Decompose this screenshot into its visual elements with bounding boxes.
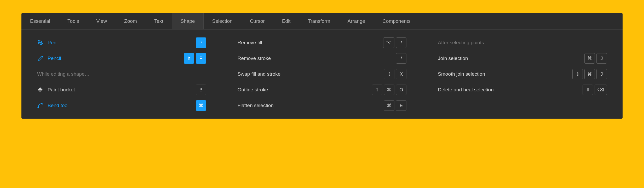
key-shift: ⇧ xyxy=(572,69,583,79)
remove-stroke-keys: / xyxy=(396,53,406,64)
flatten-keys: ⌘ E xyxy=(384,100,406,111)
paint-bucket-keys: B xyxy=(196,85,206,95)
bend-tool-label: Bend tool xyxy=(48,103,68,108)
key-cmd: ⌘ xyxy=(584,53,595,64)
svg-point-1 xyxy=(38,107,39,108)
outline-keys: ⇧ ⌘ O xyxy=(372,85,406,95)
key-shift: ⇧ xyxy=(583,85,593,95)
key-shift: ⇧ xyxy=(384,69,394,79)
row-flatten-selection[interactable]: Flatten selection ⌘ E xyxy=(238,98,407,113)
join-label: Join selection xyxy=(438,56,468,61)
key-backspace: ⌫ xyxy=(595,85,607,95)
remove-stroke-label: Remove stroke xyxy=(238,56,271,61)
key-slash: / xyxy=(396,37,406,48)
shortcuts-panel: Essential Tools View Zoom Text Shape Sel… xyxy=(21,13,623,119)
pen-keys: P xyxy=(196,37,206,48)
key-cmd: ⌘ xyxy=(584,69,595,79)
key-j: J xyxy=(596,69,607,79)
tab-bar: Essential Tools View Zoom Text Shape Sel… xyxy=(21,13,623,30)
delete-heal-keys: ⇧ ⌫ xyxy=(583,85,607,95)
key-b: B xyxy=(196,85,206,95)
key-shift: ⇧ xyxy=(372,85,382,95)
tab-cursor[interactable]: Cursor xyxy=(241,13,273,29)
row-remove-fill[interactable]: Remove fill ⌥ / xyxy=(238,35,407,51)
tab-tools[interactable]: Tools xyxy=(59,13,88,29)
pen-icon xyxy=(37,40,43,46)
tab-arrange[interactable]: Arrange xyxy=(339,13,374,29)
tab-edit[interactable]: Edit xyxy=(273,13,299,29)
pencil-icon xyxy=(37,55,43,62)
tab-transform[interactable]: Transform xyxy=(299,13,339,29)
key-cmd: ⌘ xyxy=(384,100,394,111)
remove-fill-keys: ⌥ / xyxy=(383,37,406,48)
key-p: P xyxy=(196,37,206,48)
key-slash: / xyxy=(396,53,406,64)
pen-label: Pen xyxy=(48,40,56,46)
tab-essential[interactable]: Essential xyxy=(21,13,59,29)
tab-components[interactable]: Components xyxy=(374,13,419,29)
key-p: P xyxy=(196,53,206,64)
column-3: After selecting points… Join selection ⌘… xyxy=(422,35,623,113)
key-j: J xyxy=(596,53,607,64)
column-1: Pen P Pencil ⇧ P While editing a xyxy=(21,35,222,113)
row-swap-fill-stroke[interactable]: Swap fill and stroke ⇧ X xyxy=(238,66,407,82)
shortcuts-content: Pen P Pencil ⇧ P While editing a xyxy=(21,30,623,119)
row-join-selection[interactable]: Join selection ⌘ J xyxy=(438,51,607,66)
row-pen[interactable]: Pen P xyxy=(37,35,206,51)
hint-after-selecting: After selecting points… xyxy=(438,35,607,51)
pencil-label: Pencil xyxy=(48,56,61,61)
key-x: X xyxy=(396,69,406,79)
tab-zoom[interactable]: Zoom xyxy=(116,13,146,29)
key-cmd: ⌘ xyxy=(384,85,394,95)
row-bend-tool[interactable]: Bend tool ⌘ xyxy=(37,98,206,113)
key-opt: ⌥ xyxy=(383,37,394,48)
row-paint-bucket[interactable]: Paint bucket B xyxy=(37,82,206,98)
hint-editing-shape: While editing a shape… xyxy=(37,66,206,82)
row-outline-stroke[interactable]: Outline stroke ⇧ ⌘ O xyxy=(238,82,407,98)
flatten-label: Flatten selection xyxy=(238,103,274,108)
bend-tool-icon xyxy=(37,102,43,109)
bend-tool-keys: ⌘ xyxy=(196,100,206,111)
key-shift: ⇧ xyxy=(184,53,194,64)
row-delete-heal-selection[interactable]: Delete and heal selection ⇧ ⌫ xyxy=(438,82,607,98)
swap-keys: ⇧ X xyxy=(384,69,406,79)
row-pencil[interactable]: Pencil ⇧ P xyxy=(37,51,206,66)
smooth-join-keys: ⇧ ⌘ J xyxy=(572,69,607,79)
swap-label: Swap fill and stroke xyxy=(238,71,281,77)
key-cmd: ⌘ xyxy=(196,100,206,111)
svg-point-0 xyxy=(39,42,41,43)
outline-label: Outline stroke xyxy=(238,87,268,93)
svg-point-2 xyxy=(42,103,43,104)
tab-view[interactable]: View xyxy=(88,13,116,29)
paint-bucket-label: Paint bucket xyxy=(48,87,75,93)
row-smooth-join-selection[interactable]: Smooth join selection ⇧ ⌘ J xyxy=(438,66,607,82)
column-2: Remove fill ⌥ / Remove stroke / Swap fil… xyxy=(222,35,422,113)
paint-bucket-icon xyxy=(37,87,43,93)
smooth-join-label: Smooth join selection xyxy=(438,71,485,77)
pencil-keys: ⇧ P xyxy=(184,53,206,64)
remove-fill-label: Remove fill xyxy=(238,40,262,46)
key-e: E xyxy=(396,100,406,111)
delete-heal-label: Delete and heal selection xyxy=(438,87,493,93)
tab-selection[interactable]: Selection xyxy=(204,13,241,29)
tab-text[interactable]: Text xyxy=(146,13,172,29)
tab-shape[interactable]: Shape xyxy=(172,13,204,29)
row-remove-stroke[interactable]: Remove stroke / xyxy=(238,51,407,66)
key-o: O xyxy=(396,85,406,95)
join-keys: ⌘ J xyxy=(584,53,607,64)
